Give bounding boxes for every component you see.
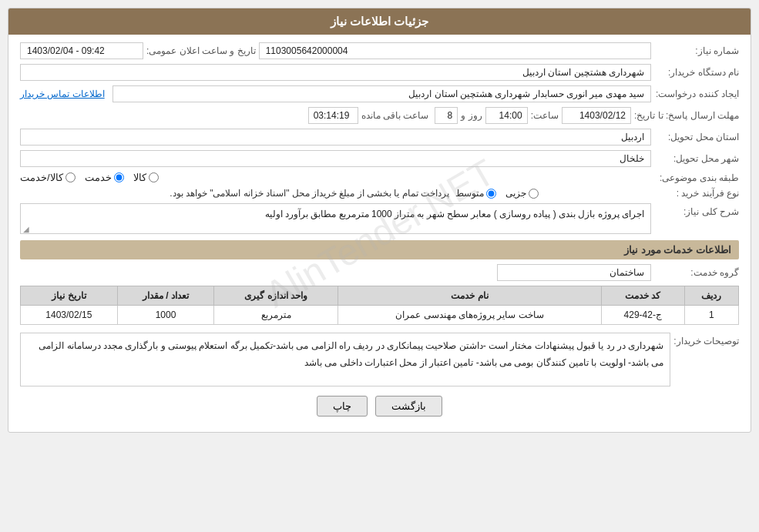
service-group-label: گروه خدمت: — [654, 267, 739, 278]
deadline-remaining: 03:14:19 — [308, 107, 358, 124]
resize-handle: ◢ — [20, 225, 29, 234]
cell-date: 1403/02/15 — [21, 306, 118, 325]
back-button[interactable]: بازگشت — [375, 396, 442, 417]
category-kala-label: کالا — [133, 172, 146, 183]
page-title: جزئیات اطلاعات نیاز — [8, 8, 751, 35]
province-value: اردبیل — [20, 129, 651, 146]
buyer-notes-label: توصیحات خریدار: — [673, 333, 739, 346]
process-jozi-radio[interactable] — [529, 189, 539, 199]
category-kala-option[interactable]: کالا — [133, 172, 159, 183]
category-kala-khedmat-radio[interactable] — [65, 172, 76, 182]
buyer-notes-value: شهرداری در رد یا قبول پیشنهادات مختار اس… — [20, 333, 670, 386]
services-section-title: اطلاعات خدمات مورد نیاز — [20, 240, 739, 259]
deadline-days: 8 — [435, 107, 458, 124]
cell-service-name: ساخت سایر پروژه‌های مهندسی عمران — [338, 306, 601, 325]
table-row: 1 ج-42-429 ساخت سایر پروژه‌های مهندسی عم… — [21, 306, 739, 325]
col-header-row: ردیف — [684, 286, 738, 306]
cell-unit: مترمربع — [214, 306, 338, 325]
process-motavaset-label: متوسط — [455, 188, 484, 199]
col-header-qty: تعداد / مقدار — [117, 286, 214, 306]
col-header-date: تاریخ نیاز — [21, 286, 118, 306]
cell-quantity: 1000 — [117, 306, 214, 325]
creator-label: ایجاد کننده درخواست: — [654, 89, 739, 99]
category-kala-khedmat-option[interactable]: کالا/خدمت — [20, 172, 76, 183]
need-description-label: شرح کلی نیاز: — [654, 203, 739, 217]
category-khedmat-option[interactable]: خدمت — [85, 172, 124, 183]
buyer-org-value: شهرداری هشتچین استان اردبیل — [20, 64, 651, 81]
category-khedmat-radio[interactable] — [114, 172, 124, 182]
col-header-unit: واحد اندازه گیری — [214, 286, 338, 306]
city-value: خلخال — [20, 150, 651, 167]
need-number-value: 1103005642000004 — [259, 42, 651, 59]
province-label: استان محل تحویل: — [654, 132, 739, 142]
creator-value: سید مهدی میر انوری حسابدار شهرداری هشتچی… — [113, 85, 651, 102]
print-button[interactable]: چاپ — [317, 396, 368, 417]
city-label: شهر محل تحویل: — [654, 153, 739, 164]
deadline-label: مهلت ارسال پاسخ: تا تاریخ: — [634, 110, 739, 121]
process-label: نوع فرآیند خرید : — [677, 188, 739, 199]
deadline-date: 1403/02/12 — [562, 107, 631, 124]
buyer-org-label: نام دستگاه خریدار: — [654, 67, 739, 78]
col-header-name: نام خدمت — [338, 286, 601, 306]
category-kala-radio[interactable] — [149, 172, 159, 182]
process-jozi-option[interactable]: جزیی — [505, 188, 539, 199]
need-number-label: شماره نیاز: — [654, 45, 739, 56]
deadline-time-label: ساعت: — [531, 110, 559, 121]
cell-row-num: 1 — [684, 306, 738, 325]
process-motavaset-option[interactable]: متوسط — [455, 188, 496, 199]
category-label: طبقه بندی موضوعی: — [654, 172, 739, 183]
process-motavaset-radio[interactable] — [486, 189, 496, 199]
category-khedmat-label: خدمت — [85, 172, 112, 183]
service-group-value: ساختمان — [497, 264, 651, 281]
process-description: پرداخت تمام یا بخشی از مبلغ خریداز محل "… — [20, 188, 449, 199]
deadline-remaining-label: ساعت باقی مانده — [361, 110, 429, 121]
need-description-value: اجرای پروژه بازل بندی ( پیاده روسازی ) م… — [20, 203, 651, 234]
col-header-code: کد خدمت — [601, 286, 684, 306]
category-kala-khedmat-label: کالا/خدمت — [20, 172, 63, 183]
creator-contact-link[interactable]: اطلاعات تماس خریدار — [20, 89, 105, 99]
footer-buttons: بازگشت چاپ — [20, 396, 739, 424]
service-table: ردیف کد خدمت نام خدمت واحد اندازه گیری ت… — [20, 286, 739, 325]
deadline-time: 14:00 — [485, 107, 528, 124]
deadline-days-label: روز و — [461, 110, 482, 121]
process-jozi-label: جزیی — [505, 188, 526, 199]
cell-service-code: ج-42-429 — [601, 306, 684, 325]
announce-date-label: تاریخ و ساعت اعلان عمومی: — [146, 45, 256, 56]
announce-date-value: 1403/02/04 - 09:42 — [20, 42, 143, 59]
